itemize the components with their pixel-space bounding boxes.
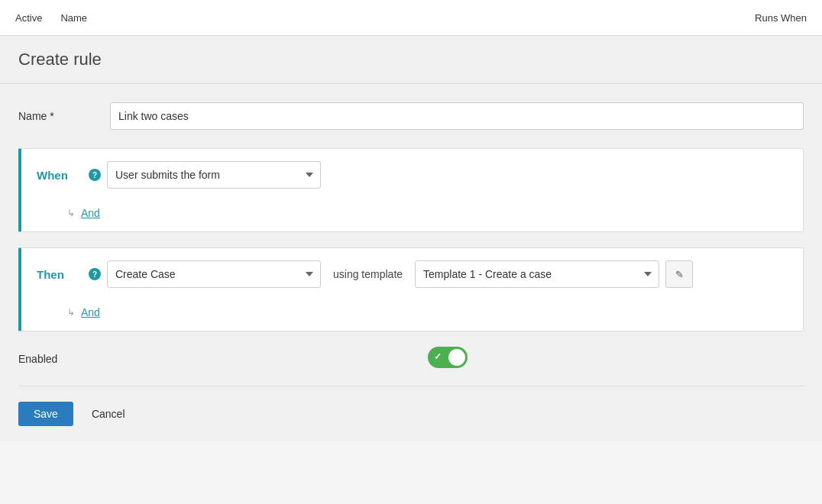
page-title: Create rule (18, 50, 804, 69)
then-help-icon[interactable]: ? (89, 268, 101, 280)
when-select-wrapper: User submits the form Case is created Ca… (107, 161, 321, 189)
page-content: Create rule Name * When ? User submits t… (0, 36, 822, 441)
when-select[interactable]: User submits the form Case is created Ca… (107, 161, 321, 189)
edit-button[interactable]: ✎ (665, 260, 693, 288)
toggle-thumb (448, 349, 465, 366)
name-input[interactable] (110, 102, 804, 130)
action-row: Save Cancel (0, 386, 822, 441)
using-template-text: using template (327, 268, 409, 280)
template-select-wrapper: Template 1 - Create a case Template 2 - … (415, 260, 659, 288)
toggle-wrapper: ✓ (428, 347, 468, 370)
cancel-button[interactable]: Cancel (83, 402, 134, 426)
and-link-1[interactable]: And (81, 207, 100, 219)
when-help-icon[interactable]: ? (89, 169, 101, 181)
enabled-toggle[interactable]: ✓ (428, 347, 468, 368)
name-label: Name * (18, 110, 110, 122)
enabled-label: Enabled (18, 353, 110, 365)
then-and-row: ↳ And (21, 300, 803, 331)
and-arrow-2: ↳ (67, 307, 75, 318)
name-col-header: Name (60, 12, 87, 24)
then-section-header: Then ? Create Case Update Case Send Emai… (21, 248, 803, 300)
then-select-wrapper: Create Case Update Case Send Email (107, 260, 321, 288)
toggle-check-icon: ✓ (434, 351, 442, 362)
when-and-row: ↳ And (21, 201, 803, 231)
then-select[interactable]: Create Case Update Case Send Email (107, 260, 321, 288)
when-label: When (37, 169, 83, 182)
form-area: Name * When ? User submits the form Case… (0, 84, 822, 331)
runs-when-col-header: Runs When (755, 11, 807, 24)
and-arrow-1: ↳ (67, 208, 75, 218)
when-section: When ? User submits the form Case is cre… (18, 148, 804, 232)
edit-icon: ✎ (675, 269, 684, 280)
template-select[interactable]: Template 1 - Create a case Template 2 - … (415, 260, 659, 288)
then-section: Then ? Create Case Update Case Send Emai… (18, 247, 804, 331)
name-row: Name * (18, 102, 804, 130)
active-col-header: Active (15, 12, 42, 24)
save-button[interactable]: Save (18, 402, 73, 426)
top-bar-left: Active Name (15, 12, 87, 24)
page-header: Create rule (0, 36, 822, 84)
sections-gap (18, 232, 804, 247)
when-section-header: When ? User submits the form Case is cre… (21, 149, 803, 201)
name-required: * (50, 110, 53, 122)
enabled-row: Enabled ✓ (0, 331, 822, 386)
and-link-2[interactable]: And (81, 306, 100, 318)
top-bar: Active Name Runs When (0, 0, 822, 36)
then-label: Then (37, 268, 83, 281)
